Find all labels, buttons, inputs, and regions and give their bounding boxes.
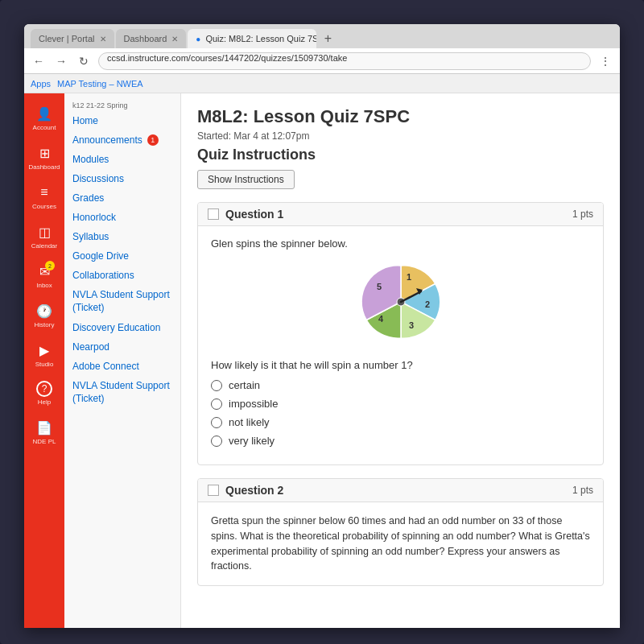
calendar-label: Calendar xyxy=(31,242,57,250)
answer-certain[interactable]: certain xyxy=(211,379,590,391)
courses-icon: ≡ xyxy=(35,184,53,201)
sidebar-item-help[interactable]: ? Help xyxy=(27,376,62,411)
courses-label: Courses xyxy=(32,203,56,210)
bookmark-map[interactable]: MAP Testing – NWEA xyxy=(57,79,143,89)
radio-impossible[interactable] xyxy=(211,398,222,410)
course-label: k12 21-22 Spring xyxy=(64,97,180,111)
account-icon: 👤 xyxy=(35,105,53,122)
question-2-pts: 1 pts xyxy=(572,485,593,496)
page-layout: 👤 Account ⊞ Dashboard ≡ Courses ◫ Calend… xyxy=(24,93,620,628)
nde-icon: 📄 xyxy=(35,419,53,436)
svg-text:4: 4 xyxy=(378,314,383,324)
inbox-badge: 2 xyxy=(45,261,55,270)
browser-chrome: Clever | Portal ✕ Dashboard ✕ ● Quiz: M8… xyxy=(24,24,620,628)
nav-nvla-support-2[interactable]: NVLA Student Support (Ticket) xyxy=(64,376,180,409)
sidebar-item-inbox[interactable]: ✉ 2 Inbox xyxy=(27,258,62,294)
answer-impossible[interactable]: impossible xyxy=(211,398,590,410)
help-icon: ? xyxy=(36,381,52,397)
question-1-pts: 1 pts xyxy=(572,208,593,220)
tab-bar: Clever | Portal ✕ Dashboard ✕ ● Quiz: M8… xyxy=(24,24,620,48)
nav-honorlock[interactable]: Honorlock xyxy=(64,208,180,227)
back-button[interactable]: ← xyxy=(31,53,47,69)
answer-impossible-label: impossible xyxy=(229,398,278,410)
quiz-title: M8L2: Lesson Quiz 7SPC xyxy=(197,106,604,127)
nav-nvla-support-1[interactable]: NVLA Student Support (Ticket) xyxy=(64,285,180,318)
tab-clever-label: Clever | Portal xyxy=(39,34,95,43)
main-content: M8L2: Lesson Quiz 7SPC Started: Mar 4 at… xyxy=(181,93,620,628)
sidebar-item-history[interactable]: 🕐 History xyxy=(27,297,62,333)
refresh-button[interactable]: ↻ xyxy=(76,53,92,69)
radio-certain[interactable] xyxy=(211,380,222,391)
svg-text:5: 5 xyxy=(376,282,381,291)
sidebar-item-courses[interactable]: ≡ Courses xyxy=(27,179,62,215)
history-icon: 🕐 xyxy=(35,302,53,320)
sidebar-item-studio[interactable]: ▶ Studio xyxy=(27,336,62,373)
nav-nearpod[interactable]: Nearpod xyxy=(64,337,180,357)
question-2-label: Question 2 xyxy=(225,484,283,497)
account-label: Account xyxy=(33,124,56,131)
calendar-icon: ◫ xyxy=(35,223,53,241)
question-2-header-left: Question 2 xyxy=(208,484,283,497)
sidebar-item-nde[interactable]: 📄 NDE PL xyxy=(27,414,62,450)
tab-close-clever[interactable]: ✕ xyxy=(100,35,106,43)
sidebar-item-account[interactable]: 👤 Account xyxy=(27,100,62,136)
studio-icon: ▶ xyxy=(35,341,53,359)
tab-dashboard[interactable]: Dashboard ✕ xyxy=(116,29,187,48)
question-1-header: Question 1 1 pts xyxy=(198,203,603,226)
help-label: Help xyxy=(38,398,51,406)
inbox-label: Inbox xyxy=(36,282,52,289)
question-1-label: Question 1 xyxy=(225,208,283,221)
answer-not-likely[interactable]: not likely xyxy=(211,416,590,428)
url-input[interactable]: ccsd.instructure.com/courses/1447202/qui… xyxy=(98,52,591,70)
tab-quiz-label: Quiz: M8L2: Lesson Quiz 7S... xyxy=(205,34,316,43)
nav-home[interactable]: Home xyxy=(64,111,180,130)
nav-collaborations[interactable]: Collaborations xyxy=(64,266,180,285)
question-1-checkbox[interactable] xyxy=(208,208,219,220)
question-2-prompt: Gretta spun the spinner below 60 times a… xyxy=(211,514,590,574)
nav-adobe[interactable]: Adobe Connect xyxy=(64,357,180,376)
answer-certain-label: certain xyxy=(229,379,260,391)
quiz-instructions-heading: Quiz Instructions xyxy=(197,147,604,163)
forward-button[interactable]: → xyxy=(53,53,69,69)
radio-not-likely[interactable] xyxy=(211,417,222,428)
icon-sidebar: 👤 Account ⊞ Dashboard ≡ Courses ◫ Calend… xyxy=(24,93,64,628)
show-instructions-button[interactable]: Show Instructions xyxy=(197,170,295,189)
nav-modules[interactable]: Modules xyxy=(64,150,180,169)
question-2-body: Gretta spun the spinner below 60 times a… xyxy=(198,502,603,585)
question-1-card: Question 1 1 pts Glen spins the spinner … xyxy=(197,202,604,465)
radio-very-likely[interactable] xyxy=(211,436,222,447)
monitor-bezel: Clever | Portal ✕ Dashboard ✕ ● Quiz: M8… xyxy=(0,0,644,644)
tab-dashboard-label: Dashboard xyxy=(124,34,167,43)
nav-google-drive[interactable]: Google Drive xyxy=(64,246,180,266)
bookmark-apps[interactable]: Apps xyxy=(31,79,51,89)
answer-very-likely-label: very likely xyxy=(229,435,275,447)
svg-text:1: 1 xyxy=(406,272,411,282)
url-bar: ← → ↻ ccsd.instructure.com/courses/14472… xyxy=(24,48,620,74)
tab-add-button[interactable]: + xyxy=(318,29,337,48)
question-2-card: Question 2 1 pts Gretta spun the spinner… xyxy=(197,478,604,586)
answer-not-likely-label: not likely xyxy=(229,416,270,428)
tab-quiz-active[interactable]: ● Quiz: M8L2: Lesson Quiz 7S... ✕ xyxy=(188,29,316,48)
svg-text:2: 2 xyxy=(424,299,429,309)
question-2-header: Question 2 1 pts xyxy=(198,479,603,502)
tab-close-dashboard[interactable]: ✕ xyxy=(171,35,178,43)
nav-announcements[interactable]: Announcements 1 xyxy=(64,130,180,150)
tab-clever[interactable]: Clever | Portal ✕ xyxy=(31,29,114,48)
question-1-body: Glen spins the spinner below. xyxy=(198,226,603,464)
nav-syllabus[interactable]: Syllabus xyxy=(64,227,180,246)
bookmarks-bar: Apps MAP Testing – NWEA xyxy=(24,74,620,93)
nav-grades[interactable]: Grades xyxy=(64,188,180,208)
question-1-question: How likely is it that he will spin a num… xyxy=(211,359,590,371)
dashboard-icon: ⊞ xyxy=(35,144,53,162)
menu-button[interactable]: ⋮ xyxy=(597,53,613,69)
answer-very-likely[interactable]: very likely xyxy=(211,435,590,447)
nav-discovery[interactable]: Discovery Education xyxy=(64,318,180,337)
question-2-checkbox[interactable] xyxy=(208,485,219,496)
dashboard-label: Dashboard xyxy=(28,163,60,171)
question-1-header-left: Question 1 xyxy=(208,208,283,221)
sidebar-item-calendar[interactable]: ◫ Calendar xyxy=(27,218,62,254)
sidebar-item-dashboard[interactable]: ⊞ Dashboard xyxy=(27,139,62,175)
svg-text:3: 3 xyxy=(408,320,413,330)
spinner-container: 1 2 3 4 5 xyxy=(211,258,590,346)
nav-discussions[interactable]: Discussions xyxy=(64,169,180,188)
